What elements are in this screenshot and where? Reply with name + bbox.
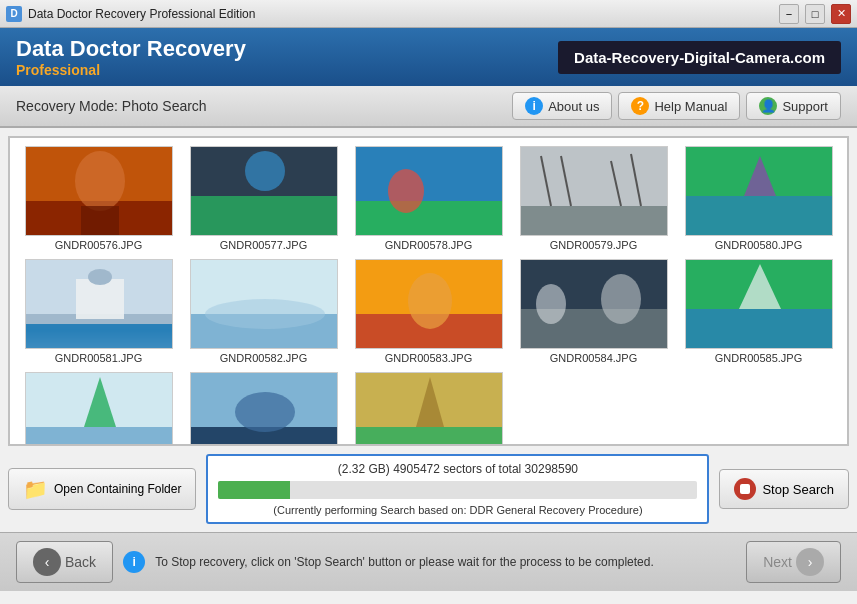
thumbnail-image (356, 260, 502, 348)
photo-item[interactable]: GNDR00582.JPG (183, 259, 344, 364)
photo-item[interactable]: GNDR00587.JPG (183, 372, 344, 446)
svg-point-33 (601, 274, 641, 324)
photo-item[interactable]: GNDR00577.JPG (183, 146, 344, 251)
navbar: Recovery Mode: Photo Search i About us ?… (0, 86, 857, 128)
photo-filename: GNDR00580.JPG (715, 239, 802, 251)
next-arrow-icon: › (796, 548, 824, 576)
photo-thumbnail (25, 259, 173, 349)
svg-rect-35 (686, 309, 832, 349)
footer-info-text: To Stop recovery, click on 'Stop Search'… (155, 555, 736, 569)
app-icon: D (6, 6, 22, 22)
svg-point-6 (245, 151, 285, 191)
help-manual-button[interactable]: ? Help Manual (618, 92, 740, 120)
nav-buttons: i About us ? Help Manual 👤 Support (512, 92, 841, 120)
photo-thumbnail (25, 372, 173, 446)
app-logo: Data Doctor Recovery Professional (16, 36, 246, 78)
photo-thumbnail (25, 146, 173, 236)
photo-grid: GNDR00576.JPGGNDR00577.JPGGNDR00578.JPGG… (8, 136, 849, 446)
photo-item[interactable]: GNDR00586.JPG (18, 372, 179, 446)
photo-filename: GNDR00583.JPG (385, 352, 472, 364)
photo-thumbnail (190, 372, 338, 446)
photo-thumbnail (355, 259, 503, 349)
photo-filename: GNDR00581.JPG (55, 352, 142, 364)
stop-icon-inner (740, 484, 750, 494)
back-button[interactable]: ‹ Back (16, 541, 113, 583)
help-manual-label: Help Manual (654, 99, 727, 114)
thumbnail-image (686, 260, 832, 348)
back-label: Back (65, 554, 96, 570)
thumbnail-image (26, 373, 172, 446)
photo-item[interactable]: GNDR00578.JPG (348, 146, 509, 251)
thumbnail-image (356, 147, 502, 235)
progress-sub-text: (Currently performing Search based on: D… (218, 504, 697, 516)
thumbnail-image (191, 260, 337, 348)
app-title: Data Doctor Recovery (16, 36, 246, 62)
bottom-area: 📁 Open Containing Folder (2.32 GB) 49054… (8, 454, 849, 524)
photo-filename: GNDR00584.JPG (550, 352, 637, 364)
stop-icon (734, 478, 756, 500)
svg-rect-17 (686, 196, 832, 236)
photo-thumbnail (685, 259, 833, 349)
minimize-button[interactable]: − (779, 4, 799, 24)
photo-thumbnail (520, 259, 668, 349)
titlebar-title: Data Doctor Recovery Professional Editio… (28, 7, 773, 21)
photo-filename: GNDR00585.JPG (715, 352, 802, 364)
thumbnail-image (686, 147, 832, 235)
titlebar: D Data Doctor Recovery Professional Edit… (0, 0, 857, 28)
support-button[interactable]: 👤 Support (746, 92, 841, 120)
photo-thumbnail (355, 146, 503, 236)
progress-text: (2.32 GB) 4905472 sectors of total 30298… (218, 462, 697, 476)
photo-filename: GNDR00576.JPG (55, 239, 142, 251)
thumbnail-image (521, 260, 667, 348)
support-icon: 👤 (759, 97, 777, 115)
svg-point-29 (408, 273, 452, 329)
svg-point-32 (536, 284, 566, 324)
about-us-label: About us (548, 99, 599, 114)
photo-item[interactable]: GNDR00583.JPG (348, 259, 509, 364)
next-button[interactable]: Next › (746, 541, 841, 583)
help-icon: ? (631, 97, 649, 115)
thumbnail-image (26, 260, 172, 348)
photo-filename: GNDR00577.JPG (220, 239, 307, 251)
svg-rect-3 (81, 206, 119, 236)
progress-container: (2.32 GB) 4905472 sectors of total 30298… (206, 454, 709, 524)
about-us-button[interactable]: i About us (512, 92, 612, 120)
svg-rect-11 (521, 206, 667, 236)
photo-thumbnail (520, 146, 668, 236)
progress-bar-fill (218, 481, 290, 499)
svg-point-42 (235, 392, 295, 432)
thumbnail-image (26, 147, 172, 235)
footer: ‹ Back i To Stop recovery, click on 'Sto… (0, 532, 857, 591)
open-folder-label: Open Containing Folder (54, 482, 181, 496)
svg-point-9 (388, 169, 424, 213)
photo-item[interactable]: GNDR00588.JPG (348, 372, 509, 446)
photo-item[interactable]: GNDR00579.JPG (513, 146, 674, 251)
svg-rect-38 (26, 427, 172, 446)
app-subtitle: Professional (16, 62, 246, 78)
thumbnail-image (356, 373, 502, 446)
photo-item[interactable]: GNDR00584.JPG (513, 259, 674, 364)
progress-bar-bg (218, 481, 697, 499)
close-button[interactable]: ✕ (831, 4, 851, 24)
photo-item[interactable]: GNDR00585.JPG (678, 259, 839, 364)
back-arrow-icon: ‹ (33, 548, 61, 576)
stop-search-button[interactable]: Stop Search (719, 469, 849, 509)
support-label: Support (782, 99, 828, 114)
photo-thumbnail (685, 146, 833, 236)
photo-filename: GNDR00582.JPG (220, 352, 307, 364)
info-icon: i (525, 97, 543, 115)
recovery-mode-label: Recovery Mode: Photo Search (16, 98, 207, 114)
photo-item[interactable]: GNDR00576.JPG (18, 146, 179, 251)
thumbnail-image (191, 147, 337, 235)
maximize-button[interactable]: □ (805, 4, 825, 24)
open-containing-folder-button[interactable]: 📁 Open Containing Folder (8, 468, 196, 510)
photo-filename: GNDR00578.JPG (385, 239, 472, 251)
photo-filename: GNDR00579.JPG (550, 239, 637, 251)
svg-rect-5 (191, 196, 337, 236)
thumbnail-image (521, 147, 667, 235)
svg-rect-44 (356, 427, 502, 446)
svg-point-2 (75, 151, 125, 211)
photo-item[interactable]: GNDR00580.JPG (678, 146, 839, 251)
app-domain: Data-Recovery-Digital-Camera.com (558, 41, 841, 74)
photo-item[interactable]: GNDR00581.JPG (18, 259, 179, 364)
